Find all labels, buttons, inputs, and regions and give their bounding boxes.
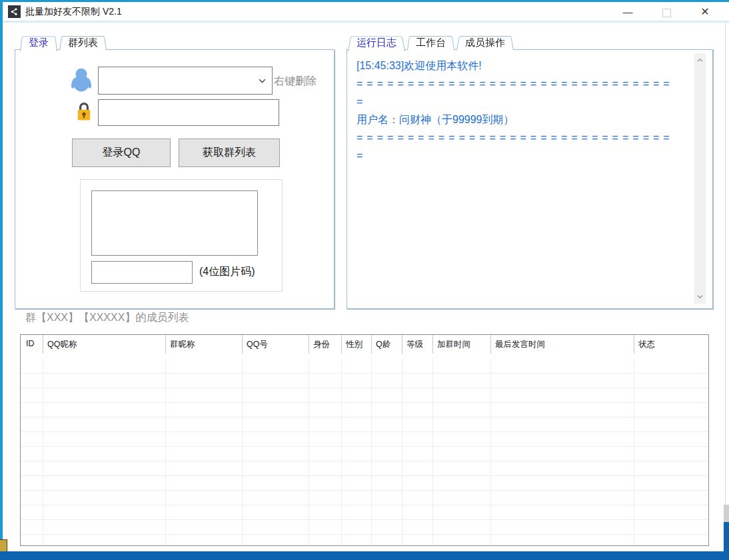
table-row[interactable] [21,535,708,546]
tab-run-log-label: 运行日志 [357,37,396,48]
table-cell [21,418,43,432]
chevron-down-icon[interactable] [258,76,267,88]
tab-grouplist[interactable]: 群列表 [59,35,107,50]
column-header[interactable]: 群昵称 [166,335,243,354]
login-qq-button[interactable]: 登录QQ [72,139,171,167]
tab-login[interactable]: 登录 [20,35,57,50]
table-row[interactable] [21,403,708,418]
get-grouplist-button[interactable]: 获取群列表 [179,139,280,167]
tab-member-ops[interactable]: 成员操作 [456,35,514,50]
minimize-button[interactable]: — [614,2,641,21]
table-cell [491,505,634,520]
table-cell [21,461,43,476]
scroll-down-icon[interactable] [694,291,706,302]
table-cell [309,520,342,535]
table-cell [43,535,166,546]
table-cell [433,520,491,535]
log-line: =============================== [357,75,684,93]
table-cell [243,388,309,403]
table-cell [433,447,491,461]
member-table[interactable]: ID QQ昵称 群昵称 QQ号 身份 性别 Q龄 等级 加群时间 最后发言时间 … [20,334,709,546]
table-cell [433,476,491,491]
scroll-up-icon[interactable] [694,55,706,66]
column-header[interactable]: 身份 [309,335,342,354]
table-row[interactable] [21,476,708,491]
password-input[interactable] [98,99,279,126]
table-cell [21,447,43,461]
table-cell [433,388,491,403]
table-cell [402,403,433,418]
table-cell [342,374,372,388]
table-cell [243,447,309,461]
table-cell [433,491,491,505]
table-cell [491,491,634,505]
table-cell [243,505,309,520]
table-cell [43,359,166,374]
table-cell [309,418,342,432]
table-cell [402,535,433,546]
column-header[interactable]: QQ号 [243,335,309,354]
column-header[interactable]: Q龄 [372,335,402,354]
tab-workbench[interactable]: 工作台 [407,35,454,50]
table-cell [309,374,342,388]
table-cell [342,520,372,535]
table-cell [402,374,433,388]
table-cell [166,461,243,476]
maximize-icon [662,9,671,17]
table-cell [433,461,491,476]
table-cell [43,374,166,388]
column-header[interactable]: 性别 [342,335,372,354]
table-row[interactable] [21,520,708,535]
table-cell [634,359,708,374]
titlebar-separator [3,21,729,23]
column-header[interactable]: 加群时间 [433,335,491,354]
table-cell [166,491,243,505]
table-cell [634,505,708,520]
table-row[interactable] [21,447,708,461]
table-cell [309,461,342,476]
column-header[interactable]: 等级 [402,335,433,354]
column-header[interactable]: 最后发言时间 [491,335,634,354]
column-header[interactable]: ID [21,335,43,354]
table-cell [342,476,372,491]
table-cell [342,535,372,546]
log-textarea[interactable]: [15:45:33]欢迎使用本软件! =====================… [357,57,684,164]
table-cell [166,403,243,418]
account-combobox[interactable] [98,67,273,95]
table-row[interactable] [21,432,708,447]
table-cell [433,359,491,374]
table-cell [21,520,43,535]
table-cell [491,447,634,461]
share-icon [10,7,19,16]
background-window-left-edge [0,2,3,551]
table-cell [342,461,372,476]
maximize-button[interactable] [653,2,680,21]
table-row[interactable] [21,359,708,374]
window-title: 批量加好友不限制 V2.1 [25,6,122,18]
table-cell [402,359,433,374]
table-cell [433,418,491,432]
table-cell [491,418,634,432]
table-cell [243,418,309,432]
table-row[interactable] [21,388,708,403]
table-cell [309,447,342,461]
table-row[interactable] [21,418,708,432]
captcha-image[interactable] [91,190,258,256]
table-cell [166,520,243,535]
member-table-body [21,359,708,546]
column-header[interactable]: QQ昵称 [43,335,166,354]
table-row[interactable] [21,461,708,476]
table-row[interactable] [21,491,708,505]
captcha-code-input[interactable] [91,261,193,284]
table-cell [372,403,402,418]
column-header[interactable]: 状态 [634,335,708,354]
close-button[interactable]: ✕ [692,2,718,21]
table-cell [166,418,243,432]
log-scrollbar[interactable] [694,53,706,304]
table-row[interactable] [21,505,708,520]
table-cell [433,505,491,520]
table-cell [21,388,43,403]
table-cell [309,388,342,403]
tab-run-log[interactable]: 运行日志 [348,35,405,50]
table-row[interactable] [21,374,708,388]
